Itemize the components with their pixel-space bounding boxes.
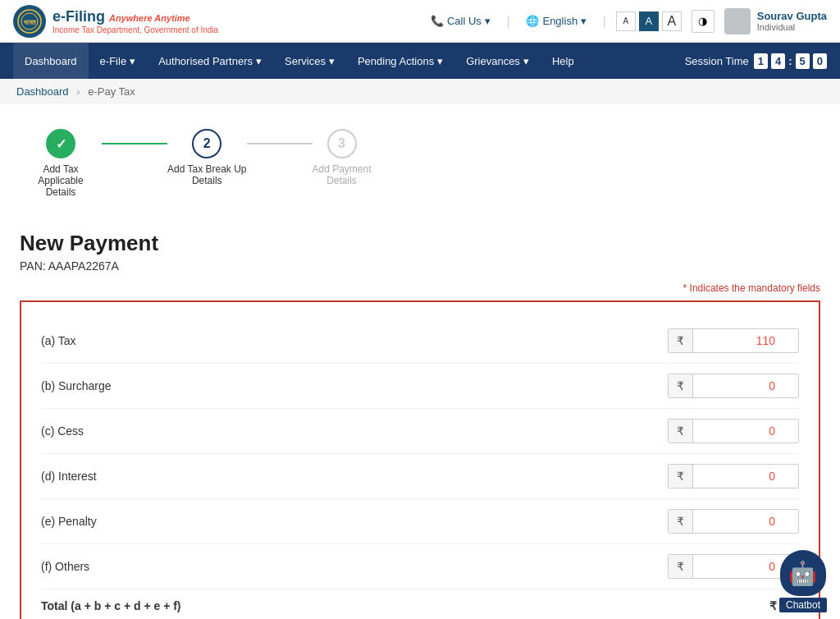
step-2-circle: 2 bbox=[192, 129, 221, 158]
tax-input-f[interactable] bbox=[693, 555, 783, 578]
step-connector-2 bbox=[247, 143, 313, 144]
logo-sub: Income Tax Department, Government of Ind… bbox=[52, 25, 218, 34]
tax-label-a: (a) Tax bbox=[41, 334, 76, 347]
grievances-chevron: ▾ bbox=[523, 55, 529, 67]
tax-input-a[interactable] bbox=[693, 329, 783, 352]
nav-bar: Dashboard e-File ▾ Authorised Partners ▾… bbox=[0, 43, 840, 79]
tax-form-box: (a) Tax ₹ (b) Surcharge ₹ (c) Cess ₹ (d) bbox=[20, 300, 820, 619]
step-3: 3 Add PaymentDetails bbox=[313, 129, 372, 186]
tax-input-d[interactable] bbox=[693, 465, 783, 488]
tax-input-wrap-c: ₹ bbox=[668, 419, 799, 443]
tax-input-wrap-d: ₹ bbox=[668, 464, 799, 488]
step-1-label: Add Tax ApplicableDetails bbox=[20, 163, 102, 198]
breadcrumb-sep: › bbox=[76, 85, 80, 98]
rupee-sym-a: ₹ bbox=[669, 329, 693, 352]
words-row: In words Rupees one hundred and ten Only bbox=[41, 616, 799, 619]
breadcrumb: Dashboard › e-Pay Tax bbox=[0, 79, 840, 104]
session-time: 1 4 : 5 0 bbox=[754, 53, 827, 69]
step-2: 2 Add Tax Break UpDetails bbox=[167, 129, 247, 186]
chatbot-icon: 🤖 bbox=[788, 560, 817, 587]
separator-1: | bbox=[507, 15, 510, 28]
call-us-chevron: ▾ bbox=[485, 15, 491, 27]
logo-tagline: Anywhere Anytime bbox=[109, 13, 190, 23]
separator-2: | bbox=[603, 15, 606, 28]
chatbot-label: Chatbot bbox=[779, 598, 827, 612]
user-area: Sourav Gupta Individual bbox=[724, 8, 827, 34]
font-small-button[interactable]: A bbox=[616, 11, 636, 31]
rupee-sym-e: ₹ bbox=[669, 510, 693, 533]
rupee-sym-b: ₹ bbox=[669, 374, 693, 397]
tax-label-e: (e) Penalty bbox=[41, 515, 97, 528]
logo-text: e-Filing Anywhere Anytime Income Tax Dep… bbox=[52, 8, 218, 34]
tax-row-f: (f) Others ₹ bbox=[41, 544, 799, 589]
pan-info: PAN: AAAPA2267A bbox=[20, 259, 820, 273]
session-digit-3: 5 bbox=[796, 53, 810, 69]
nav-dashboard[interactable]: Dashboard bbox=[13, 43, 89, 79]
session-label: Session Time bbox=[685, 55, 749, 67]
phone-icon: 📞 bbox=[431, 15, 444, 27]
tax-input-c[interactable] bbox=[693, 420, 783, 442]
tax-input-wrap-b: ₹ bbox=[668, 374, 799, 398]
tax-row-c: (c) Cess ₹ bbox=[41, 409, 799, 454]
rupee-sym-d: ₹ bbox=[669, 465, 693, 488]
page-title: New Payment bbox=[20, 231, 820, 256]
nav-services[interactable]: Services ▾ bbox=[273, 43, 346, 79]
user-name[interactable]: Sourav Gupta bbox=[757, 10, 827, 22]
language-chevron: ▾ bbox=[581, 15, 587, 27]
svg-text:भारत: भारत bbox=[24, 19, 36, 26]
font-size-controls: A A A bbox=[616, 11, 682, 31]
session-digit-4: 0 bbox=[813, 53, 827, 69]
contrast-button[interactable]: ◑ bbox=[692, 10, 714, 33]
tax-input-b[interactable] bbox=[693, 374, 783, 397]
chatbot-area: 🤖 Chatbot bbox=[779, 550, 827, 612]
main-content: ✓ Add Tax ApplicableDetails 2 Add Tax Br… bbox=[0, 104, 840, 619]
tax-label-d: (d) Interest bbox=[41, 470, 97, 483]
font-medium-button[interactable]: A bbox=[639, 11, 659, 31]
total-row: Total (a + b + c + d + e + f) ₹ 110 bbox=[41, 589, 799, 616]
avatar bbox=[724, 8, 751, 34]
nav-efile[interactable]: e-File ▾ bbox=[89, 43, 148, 79]
step-2-label: Add Tax Break UpDetails bbox=[167, 163, 247, 186]
session-colon: : bbox=[788, 55, 792, 67]
language-button[interactable]: 🌐 English ▾ bbox=[519, 11, 593, 30]
user-role: Individual bbox=[757, 22, 827, 32]
step-connector-1 bbox=[102, 143, 167, 144]
total-label: Total (a + b + c + d + e + f) bbox=[41, 599, 181, 612]
session-digit-1: 1 bbox=[754, 53, 768, 69]
tax-label-f: (f) Others bbox=[41, 560, 89, 573]
mandatory-note: * Indicates the mandatory fields bbox=[20, 282, 820, 294]
tax-label-c: (c) Cess bbox=[41, 424, 84, 438]
nav-authorised-partners[interactable]: Authorised Partners ▾ bbox=[147, 43, 273, 79]
breadcrumb-dashboard[interactable]: Dashboard bbox=[16, 85, 69, 98]
session-area: Session Time 1 4 : 5 0 bbox=[685, 53, 827, 69]
pan-value: AAAPA2267A bbox=[48, 259, 119, 273]
rupee-sym-c: ₹ bbox=[669, 420, 693, 442]
pan-label: PAN: bbox=[20, 259, 46, 273]
tax-input-wrap-a: ₹ bbox=[668, 328, 799, 353]
partners-chevron: ▾ bbox=[256, 55, 262, 67]
logo-efiling: e-Filing Anywhere Anytime bbox=[52, 8, 218, 25]
step-1-circle: ✓ bbox=[46, 129, 75, 158]
session-digit-2: 4 bbox=[771, 53, 785, 69]
step-3-circle: 3 bbox=[327, 129, 357, 158]
chatbot-figure[interactable]: 🤖 bbox=[780, 550, 826, 596]
top-right: 📞 Call Us ▾ | 🌐 English ▾ | A A A ◑ Sour… bbox=[424, 8, 827, 34]
services-chevron: ▾ bbox=[329, 55, 335, 67]
stepper: ✓ Add Tax ApplicableDetails 2 Add Tax Br… bbox=[20, 121, 820, 206]
nav-pending-actions[interactable]: Pending Actions ▾ bbox=[346, 43, 454, 79]
tax-label-b: (b) Surcharge bbox=[41, 379, 112, 392]
breadcrumb-current: e-Pay Tax bbox=[88, 85, 135, 98]
call-us-button[interactable]: 📞 Call Us ▾ bbox=[424, 11, 497, 30]
nav-grievances[interactable]: Grievances ▾ bbox=[454, 43, 541, 79]
font-large-button[interactable]: A bbox=[662, 11, 682, 31]
user-info: Sourav Gupta Individual bbox=[757, 10, 827, 32]
tax-input-e[interactable] bbox=[693, 510, 783, 533]
language-label: English bbox=[542, 15, 578, 27]
e-filing-brand: e-Filing bbox=[52, 8, 109, 25]
call-us-label: Call Us bbox=[447, 15, 482, 27]
globe-icon: 🌐 bbox=[526, 15, 539, 27]
tax-input-wrap-e: ₹ bbox=[668, 509, 799, 534]
nav-help[interactable]: Help bbox=[541, 43, 586, 79]
tax-row-a: (a) Tax ₹ bbox=[41, 319, 799, 364]
efile-chevron: ▾ bbox=[130, 55, 135, 67]
